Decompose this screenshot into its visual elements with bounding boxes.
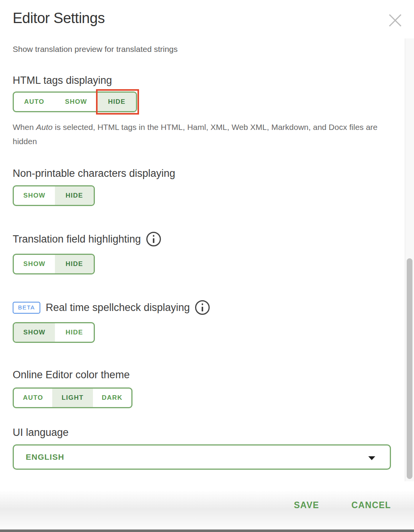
save-button[interactable]: SAVE [294,500,319,510]
caret-down-icon [368,456,375,460]
spellcheck-option-show[interactable]: SHOW [14,323,55,342]
settings-scroll-area: Show translation preview for translated … [0,0,405,470]
ui-language-select[interactable]: ENGLISH [13,444,391,470]
description-suffix: is selected, HTML tags in the HTML, Haml… [13,123,378,146]
spellcheck-row: BETA Real time spellcheck displaying [13,300,405,315]
spellcheck-toggle-group: SHOW HIDE [13,322,95,343]
color-theme-option-dark[interactable]: DARK [93,389,131,407]
html-tags-toggle: AUTO SHOW HIDE [13,91,137,112]
beta-badge: BETA [13,302,40,314]
non-printable-option-hide[interactable]: HIDE [55,186,94,205]
dialog-footer: SAVE CANCEL [0,481,414,529]
non-printable-label: Non-printable characters displaying [13,166,405,180]
html-tags-toggle-group: AUTO SHOW HIDE [13,91,137,112]
scrollbar-track[interactable] [405,38,414,481]
html-tags-description: When Auto is selected, HTML tags in the … [13,120,393,148]
html-tags-option-show[interactable]: SHOW [55,93,98,111]
ui-language-value: ENGLISH [26,452,64,462]
field-highlighting-row: Translation field highlighting [13,231,405,247]
spellcheck-option-hide[interactable]: HIDE [55,323,94,342]
html-tags-option-auto[interactable]: AUTO [14,93,55,111]
field-highlighting-toggle: SHOW HIDE [13,254,95,274]
color-theme-option-light[interactable]: LIGHT [52,389,93,407]
html-tags-label: HTML tags displaying [13,73,405,87]
non-printable-toggle: SHOW HIDE [13,185,95,206]
info-icon[interactable] [195,300,210,315]
non-printable-option-show[interactable]: SHOW [14,186,55,205]
field-highlighting-option-show[interactable]: SHOW [14,255,55,273]
html-tags-option-hide[interactable]: HIDE [98,93,136,111]
spellcheck-toggle: SHOW HIDE [13,322,95,343]
info-icon[interactable] [146,232,161,246]
description-italic-term: Auto [36,123,53,131]
field-highlighting-option-hide[interactable]: HIDE [55,255,94,273]
editor-settings-dialog: Editor Settings Show translation preview… [0,0,414,532]
field-highlighting-toggle-group: SHOW HIDE [13,254,95,274]
spellcheck-label: Real time spellcheck displaying [46,301,190,314]
window-bottom-edge [0,529,414,532]
field-highlighting-label: Translation field highlighting [13,232,141,246]
color-theme-label: Online Editor color theme [13,368,405,382]
scrollbar-thumb[interactable] [407,258,412,479]
color-theme-option-auto[interactable]: AUTO [14,389,52,407]
cancel-button[interactable]: CANCEL [351,500,391,510]
color-theme-toggle-group: AUTO LIGHT DARK [13,387,132,408]
ui-language-label: UI language [13,426,405,439]
description-prefix: When [13,123,36,131]
non-printable-toggle-group: SHOW HIDE [13,185,95,206]
color-theme-toggle: AUTO LIGHT DARK [13,387,132,408]
translation-preview-label: Show translation preview for translated … [13,43,405,55]
